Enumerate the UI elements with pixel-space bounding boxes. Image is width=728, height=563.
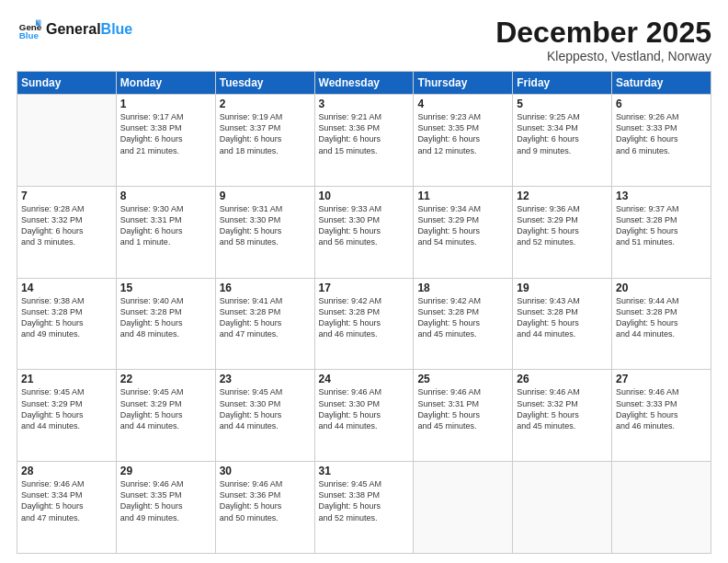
- day-info: Sunrise: 9:25 AM Sunset: 3:34 PM Dayligh…: [517, 111, 608, 156]
- day-cell: 29Sunrise: 9:46 AM Sunset: 3:35 PM Dayli…: [116, 462, 215, 554]
- day-cell: 6Sunrise: 9:26 AM Sunset: 3:33 PM Daylig…: [612, 95, 711, 187]
- title-block: December 2025 Kleppesto, Vestland, Norwa…: [495, 17, 711, 63]
- day-number: 1: [120, 98, 211, 110]
- day-info: Sunrise: 9:46 AM Sunset: 3:33 PM Dayligh…: [616, 386, 707, 431]
- day-cell: 25Sunrise: 9:46 AM Sunset: 3:31 PM Dayli…: [414, 370, 513, 462]
- day-number: 19: [517, 282, 608, 294]
- page: General Blue GeneralBlue December 2025 K…: [0, 0, 728, 563]
- day-info: Sunrise: 9:45 AM Sunset: 3:29 PM Dayligh…: [21, 386, 112, 431]
- day-info: Sunrise: 9:28 AM Sunset: 3:32 PM Dayligh…: [21, 203, 112, 248]
- day-info: Sunrise: 9:42 AM Sunset: 3:28 PM Dayligh…: [417, 295, 508, 340]
- day-number: 15: [120, 282, 211, 294]
- day-info: Sunrise: 9:46 AM Sunset: 3:32 PM Dayligh…: [517, 386, 608, 431]
- day-info: Sunrise: 9:37 AM Sunset: 3:28 PM Dayligh…: [616, 203, 707, 248]
- day-cell: 14Sunrise: 9:38 AM Sunset: 3:28 PM Dayli…: [17, 278, 117, 370]
- day-number: 23: [220, 373, 311, 385]
- day-number: 5: [517, 98, 608, 110]
- day-info: Sunrise: 9:46 AM Sunset: 3:34 PM Dayligh…: [21, 478, 112, 523]
- day-cell: 19Sunrise: 9:43 AM Sunset: 3:28 PM Dayli…: [513, 278, 612, 370]
- logo-blue: Blue: [101, 21, 133, 37]
- day-info: Sunrise: 9:30 AM Sunset: 3:31 PM Dayligh…: [120, 203, 211, 248]
- day-cell: 12Sunrise: 9:36 AM Sunset: 3:29 PM Dayli…: [513, 186, 612, 278]
- header-row: Sunday Monday Tuesday Wednesday Thursday…: [17, 72, 711, 95]
- week-row-0: 1Sunrise: 9:17 AM Sunset: 3:38 PM Daylig…: [17, 95, 711, 187]
- col-thursday: Thursday: [414, 72, 513, 95]
- col-monday: Monday: [116, 72, 215, 95]
- calendar-body: 1Sunrise: 9:17 AM Sunset: 3:38 PM Daylig…: [17, 95, 711, 554]
- col-saturday: Saturday: [612, 72, 711, 95]
- day-cell: 8Sunrise: 9:30 AM Sunset: 3:31 PM Daylig…: [116, 186, 215, 278]
- day-cell: 30Sunrise: 9:46 AM Sunset: 3:36 PM Dayli…: [215, 462, 314, 554]
- day-cell: 31Sunrise: 9:45 AM Sunset: 3:38 PM Dayli…: [314, 462, 414, 554]
- day-cell: 1Sunrise: 9:17 AM Sunset: 3:38 PM Daylig…: [116, 95, 215, 187]
- day-number: 4: [417, 98, 508, 110]
- day-number: 20: [616, 282, 707, 294]
- day-cell: 10Sunrise: 9:33 AM Sunset: 3:30 PM Dayli…: [314, 186, 414, 278]
- calendar-subtitle: Kleppesto, Vestland, Norway: [495, 49, 711, 63]
- day-number: 24: [319, 373, 410, 385]
- day-info: Sunrise: 9:41 AM Sunset: 3:28 PM Dayligh…: [220, 295, 311, 340]
- day-cell: [414, 462, 513, 554]
- day-number: 2: [220, 98, 311, 110]
- day-number: 17: [319, 282, 410, 294]
- day-cell: 7Sunrise: 9:28 AM Sunset: 3:32 PM Daylig…: [17, 186, 117, 278]
- day-info: Sunrise: 9:26 AM Sunset: 3:33 PM Dayligh…: [616, 111, 707, 156]
- day-info: Sunrise: 9:46 AM Sunset: 3:31 PM Dayligh…: [417, 386, 508, 431]
- day-info: Sunrise: 9:21 AM Sunset: 3:36 PM Dayligh…: [319, 111, 410, 156]
- day-info: Sunrise: 9:34 AM Sunset: 3:29 PM Dayligh…: [417, 203, 508, 248]
- day-cell: 21Sunrise: 9:45 AM Sunset: 3:29 PM Dayli…: [17, 370, 117, 462]
- day-number: 11: [417, 190, 508, 202]
- day-number: 8: [120, 190, 211, 202]
- week-row-2: 14Sunrise: 9:38 AM Sunset: 3:28 PM Dayli…: [17, 278, 711, 370]
- day-number: 29: [120, 465, 211, 477]
- day-info: Sunrise: 9:43 AM Sunset: 3:28 PM Dayligh…: [517, 295, 608, 340]
- day-info: Sunrise: 9:40 AM Sunset: 3:28 PM Dayligh…: [120, 295, 211, 340]
- day-number: 12: [517, 190, 608, 202]
- week-row-3: 21Sunrise: 9:45 AM Sunset: 3:29 PM Dayli…: [17, 370, 711, 462]
- day-number: 26: [517, 373, 608, 385]
- day-cell: 3Sunrise: 9:21 AM Sunset: 3:36 PM Daylig…: [314, 95, 414, 187]
- day-cell: [513, 462, 612, 554]
- day-cell: 24Sunrise: 9:46 AM Sunset: 3:30 PM Dayli…: [314, 370, 414, 462]
- day-info: Sunrise: 9:46 AM Sunset: 3:30 PM Dayligh…: [319, 386, 410, 431]
- day-number: 10: [319, 190, 410, 202]
- col-tuesday: Tuesday: [215, 72, 314, 95]
- week-row-1: 7Sunrise: 9:28 AM Sunset: 3:32 PM Daylig…: [17, 186, 711, 278]
- day-number: 9: [220, 190, 311, 202]
- day-cell: 15Sunrise: 9:40 AM Sunset: 3:28 PM Dayli…: [116, 278, 215, 370]
- day-info: Sunrise: 9:17 AM Sunset: 3:38 PM Dayligh…: [120, 111, 211, 156]
- day-number: 21: [21, 373, 112, 385]
- day-info: Sunrise: 9:46 AM Sunset: 3:35 PM Dayligh…: [120, 478, 211, 523]
- day-cell: 16Sunrise: 9:41 AM Sunset: 3:28 PM Dayli…: [215, 278, 314, 370]
- col-friday: Friday: [513, 72, 612, 95]
- day-number: 18: [417, 282, 508, 294]
- day-info: Sunrise: 9:36 AM Sunset: 3:29 PM Dayligh…: [517, 203, 608, 248]
- day-number: 31: [319, 465, 410, 477]
- day-number: 3: [319, 98, 410, 110]
- day-number: 13: [616, 190, 707, 202]
- day-cell: 18Sunrise: 9:42 AM Sunset: 3:28 PM Dayli…: [414, 278, 513, 370]
- svg-text:Blue: Blue: [19, 30, 40, 40]
- day-info: Sunrise: 9:31 AM Sunset: 3:30 PM Dayligh…: [220, 203, 311, 248]
- day-cell: 17Sunrise: 9:42 AM Sunset: 3:28 PM Dayli…: [314, 278, 414, 370]
- calendar-table: Sunday Monday Tuesday Wednesday Thursday…: [17, 71, 711, 554]
- day-info: Sunrise: 9:42 AM Sunset: 3:28 PM Dayligh…: [319, 295, 410, 340]
- day-number: 25: [417, 373, 508, 385]
- day-cell: [17, 95, 117, 187]
- day-cell: 23Sunrise: 9:45 AM Sunset: 3:30 PM Dayli…: [215, 370, 314, 462]
- day-info: Sunrise: 9:33 AM Sunset: 3:30 PM Dayligh…: [319, 203, 410, 248]
- day-cell: [612, 462, 711, 554]
- day-number: 7: [21, 190, 112, 202]
- logo-text-block: GeneralBlue: [46, 21, 132, 38]
- day-cell: 22Sunrise: 9:45 AM Sunset: 3:29 PM Dayli…: [116, 370, 215, 462]
- day-info: Sunrise: 9:45 AM Sunset: 3:38 PM Dayligh…: [319, 478, 410, 523]
- day-info: Sunrise: 9:46 AM Sunset: 3:36 PM Dayligh…: [220, 478, 311, 523]
- day-info: Sunrise: 9:45 AM Sunset: 3:29 PM Dayligh…: [120, 386, 211, 431]
- day-info: Sunrise: 9:19 AM Sunset: 3:37 PM Dayligh…: [220, 111, 311, 156]
- day-number: 14: [21, 282, 112, 294]
- day-cell: 27Sunrise: 9:46 AM Sunset: 3:33 PM Dayli…: [612, 370, 711, 462]
- logo: General Blue GeneralBlue: [17, 17, 132, 42]
- day-cell: 20Sunrise: 9:44 AM Sunset: 3:28 PM Dayli…: [612, 278, 711, 370]
- day-info: Sunrise: 9:23 AM Sunset: 3:35 PM Dayligh…: [417, 111, 508, 156]
- logo-general: General: [46, 21, 101, 37]
